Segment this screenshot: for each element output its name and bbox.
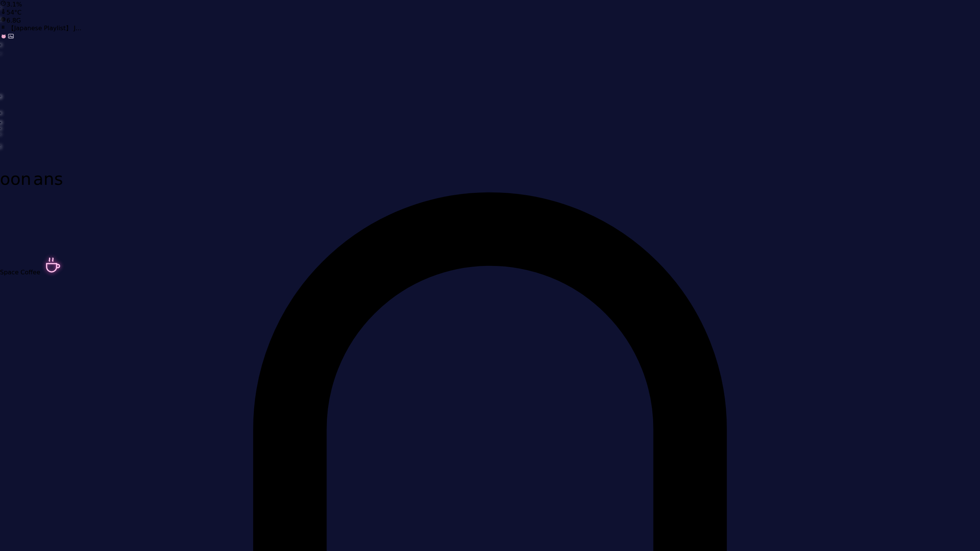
crater <box>0 448 176 513</box>
shop-roof-tier <box>0 157 170 169</box>
shop-window: oon ans <box>0 169 980 189</box>
star <box>0 148 1 148</box>
neon-sign-text: Space Coffee <box>0 269 41 276</box>
star <box>0 77 1 78</box>
crater <box>0 513 168 551</box>
star <box>0 88 1 89</box>
space-coffee-shop: oon ans Space Coffee <box>0 148 980 276</box>
crater <box>0 375 191 448</box>
crater <box>0 276 260 375</box>
star <box>0 121 1 122</box>
desktop: oon ans Space Coffee <box>0 0 980 551</box>
shop-roof-tier <box>0 148 139 157</box>
plant <box>0 238 18 254</box>
neon-cup-icon <box>42 254 62 274</box>
plant <box>0 222 18 238</box>
neon-fragment: oon <box>0 169 31 189</box>
neon-fragment: ans <box>33 169 63 189</box>
neon-sign: Space Coffee <box>0 254 980 276</box>
plant <box>0 189 17 204</box>
plant <box>0 204 19 222</box>
wallpaper: oon ans Space Coffee <box>0 0 980 551</box>
